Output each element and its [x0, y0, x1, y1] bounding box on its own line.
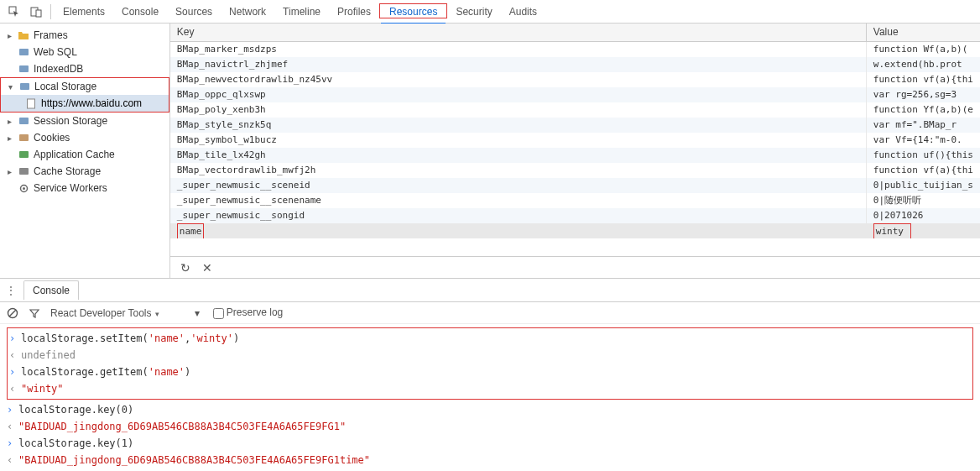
column-value[interactable]: Value	[867, 24, 980, 41]
svg-rect-6	[28, 99, 35, 108]
cell-value[interactable]: function Wf(a,b)(	[867, 42, 980, 57]
console-output-line[interactable]: ‹"BAIDUAD_jingdong_6D69AB546CB88A3B4C503…	[7, 418, 973, 435]
tab-timeline[interactable]: Timeline	[274, 1, 329, 23]
column-key[interactable]: Key	[170, 24, 867, 41]
sidebar-item-web-sql[interactable]: Web SQL	[0, 44, 169, 60]
cell-key[interactable]: name	[170, 223, 867, 238]
sidebar-item-application-cache[interactable]: Application Cache	[0, 146, 169, 163]
cell-value[interactable]: var Vf={14:"m-0.	[867, 133, 980, 148]
console-output-line[interactable]: ‹undefined	[9, 347, 971, 364]
cell-value[interactable]: function vf(a){thi	[867, 72, 980, 87]
appcache-icon	[17, 149, 30, 160]
sidebar-item-cache-storage[interactable]: ▸Cache Storage	[0, 163, 169, 180]
refresh-icon[interactable]: ↻	[180, 261, 190, 275]
cell-key[interactable]: BMap_style_snzk5q	[170, 118, 867, 133]
storage-grid: Key Value BMap_marker_msdzpsfunction Wf(…	[170, 24, 980, 278]
table-row[interactable]: BMap_style_snzk5qvar mf=".BMap_r	[170, 118, 980, 133]
separator	[50, 4, 51, 19]
delete-icon[interactable]: ✕	[202, 261, 212, 275]
console-output: ›localStorage.setItem('name','winty')‹un…	[0, 324, 980, 471]
context-dropdown[interactable]: React Developer Tools	[50, 307, 159, 319]
drawer-menu-icon[interactable]: ⋮	[5, 284, 17, 297]
drawer-tabbar: ⋮ Console	[0, 279, 980, 302]
svg-line-14	[9, 310, 16, 317]
sidebar-item-cookies[interactable]: ▸Cookies	[0, 129, 169, 146]
grid-body: BMap_marker_msdzpsfunction Wf(a,b)(BMap_…	[170, 42, 980, 256]
tab-sources[interactable]: Sources	[167, 1, 221, 23]
file-icon	[24, 97, 38, 109]
table-row[interactable]: _super_newmusic__sceneid0|public_tuijian…	[170, 178, 980, 193]
table-row[interactable]: _super_newmusic__songid0|2071026	[170, 208, 980, 223]
sidebar-origin[interactable]: https://www.baidu.com	[1, 95, 169, 112]
cell-key[interactable]: BMap_poly_xenb3h	[170, 102, 867, 118]
cell-value[interactable]: w.extend(hb.prot	[867, 57, 980, 72]
cookie-icon	[17, 132, 30, 144]
svg-rect-7	[19, 118, 29, 124]
console-toolbar: React Developer Tools ▾ Preserve log	[0, 302, 980, 324]
cell-value[interactable]: function Yf(a,b)(e	[867, 102, 980, 118]
tab-profiles[interactable]: Profiles	[329, 1, 379, 23]
table-row[interactable]: BMap_vectordrawlib_mwfj2hfunction vf(a){…	[170, 163, 980, 178]
tab-elements[interactable]: Elements	[55, 1, 113, 23]
preserve-log-toggle[interactable]: Preserve log	[213, 306, 284, 318]
console-input-line[interactable]: ›localStorage.getItem('name')	[9, 364, 971, 380]
tab-console[interactable]: Console	[113, 1, 167, 23]
cell-key[interactable]: BMap_tile_lx42gh	[170, 148, 867, 163]
sidebar-item-service-workers[interactable]: Service Workers	[0, 180, 169, 196]
table-row[interactable]: BMap_navictrl_zhjmefw.extend(hb.prot	[170, 57, 980, 72]
tab-resources[interactable]: Resources	[381, 1, 446, 24]
sidebar-item-frames[interactable]: ▸Frames	[0, 27, 169, 44]
resources-panel: ▸FramesWeb SQLIndexedDB▾Local Storagehtt…	[0, 24, 980, 279]
table-row[interactable]: _super_newmusic__scenename0|随便听听	[170, 193, 980, 208]
sidebar-item-session-storage[interactable]: ▸Session Storage	[0, 113, 169, 129]
cell-value[interactable]: var mf=".BMap_r	[867, 118, 980, 133]
sidebar-item-indexeddb[interactable]: IndexedDB	[0, 60, 169, 77]
cell-key[interactable]: _super_newmusic__songid	[170, 208, 867, 223]
cell-key[interactable]: BMap_newvectordrawlib_nz45vv	[170, 72, 867, 87]
db-icon	[17, 63, 30, 75]
cell-value[interactable]: 0|随便听听	[867, 193, 980, 208]
svg-rect-3	[19, 49, 29, 55]
cell-value[interactable]: function vf(a){thi	[867, 163, 980, 178]
cell-key[interactable]: BMap_vectordrawlib_mwfj2h	[170, 163, 867, 178]
db-icon	[17, 46, 30, 58]
console-input-line[interactable]: ›localStorage.key(0)	[7, 401, 973, 418]
tab-console[interactable]: Console	[23, 280, 79, 300]
devtools-tabbar: ElementsConsoleSourcesNetworkTimelinePro…	[0, 0, 980, 24]
table-row[interactable]: BMap_symbol_w1buczvar Vf={14:"m-0.	[170, 133, 980, 148]
cell-key[interactable]: _super_newmusic__scenename	[170, 193, 867, 208]
console-input-line[interactable]: ›localStorage.setItem('name','winty')	[9, 330, 971, 347]
tab-audits[interactable]: Audits	[501, 1, 545, 23]
log-level-dropdown[interactable]: ▾	[195, 307, 200, 319]
table-row[interactable]: BMap_tile_lx42ghfunction uf(){this	[170, 148, 980, 163]
folder-icon	[17, 29, 30, 41]
filter-icon[interactable]	[29, 307, 40, 319]
sidebar-item-local-storage[interactable]: ▾Local Storage	[1, 78, 169, 95]
cell-value[interactable]: 0|2071026	[867, 208, 980, 223]
console-input-line[interactable]: ›localStorage.key(1)	[7, 435, 973, 452]
svg-rect-5	[20, 83, 29, 90]
cell-value[interactable]: function uf(){this	[867, 148, 980, 163]
inspect-icon[interactable]	[3, 3, 25, 21]
clear-console-icon[interactable]	[7, 307, 18, 319]
console-output-line[interactable]: ‹"winty"	[9, 380, 971, 397]
tab-network[interactable]: Network	[221, 1, 274, 23]
table-row[interactable]: namewinty	[170, 223, 980, 238]
cell-key[interactable]: BMap_oppc_qlxswp	[170, 87, 867, 102]
tab-security[interactable]: Security	[447, 1, 500, 23]
cell-key[interactable]: _super_newmusic__sceneid	[170, 178, 867, 193]
cell-key[interactable]: BMap_navictrl_zhjmef	[170, 57, 867, 72]
table-row[interactable]: BMap_marker_msdzpsfunction Wf(a,b)(	[170, 42, 980, 57]
storage-icon	[17, 115, 30, 127]
cell-value[interactable]: winty	[867, 223, 980, 238]
cell-value[interactable]: var rg=256,sg=3	[867, 87, 980, 102]
device-mode-icon[interactable]	[25, 3, 47, 21]
table-row[interactable]: BMap_poly_xenb3hfunction Yf(a,b)(e	[170, 102, 980, 118]
cell-key[interactable]: BMap_symbol_w1bucz	[170, 133, 867, 148]
table-row[interactable]: BMap_oppc_qlxswpvar rg=256,sg=3	[170, 87, 980, 102]
table-row[interactable]: BMap_newvectordrawlib_nz45vvfunction vf(…	[170, 72, 980, 87]
cell-key[interactable]: BMap_marker_msdzps	[170, 42, 867, 57]
console-output-line[interactable]: ‹"BAIDUAD_jingdong_6D69AB546CB88A3B4C503…	[7, 452, 973, 468]
gear-icon	[17, 182, 30, 194]
cell-value[interactable]: 0|public_tuijian_s	[867, 178, 980, 193]
